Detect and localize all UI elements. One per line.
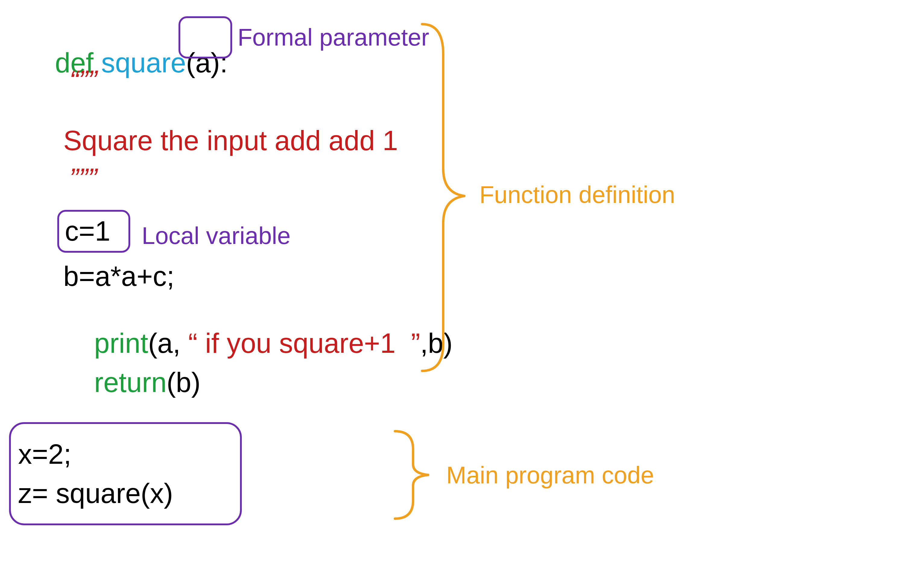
brace-function-definition xyxy=(422,24,464,371)
main-program-label: Main program code xyxy=(446,461,654,489)
brace-overlay xyxy=(0,0,919,588)
brace-main-program xyxy=(395,431,428,519)
function-definition-label: Function definition xyxy=(480,181,675,209)
